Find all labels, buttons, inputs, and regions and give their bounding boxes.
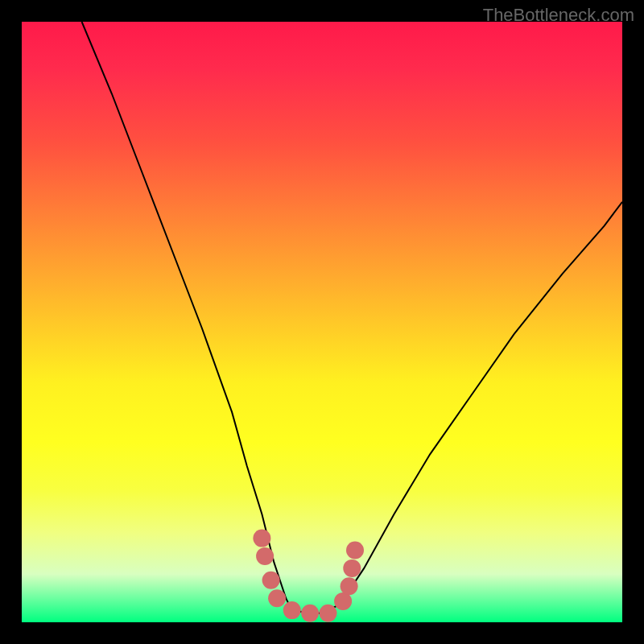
marker-dot bbox=[320, 605, 337, 622]
marker-dot bbox=[256, 547, 274, 565]
marker-dot bbox=[283, 601, 301, 619]
marker-dot bbox=[268, 589, 286, 607]
watermark-text: TheBottleneck.com bbox=[483, 5, 634, 26]
marker-dot bbox=[301, 605, 319, 622]
marker-dot bbox=[341, 577, 358, 595]
marker-dot bbox=[343, 559, 361, 577]
marker-dot bbox=[253, 530, 270, 547]
marker-dot bbox=[334, 592, 352, 610]
marker-dot bbox=[262, 572, 280, 589]
chart-svg bbox=[22, 22, 622, 622]
marker-dot bbox=[346, 542, 364, 559]
curve-line bbox=[82, 22, 622, 613]
